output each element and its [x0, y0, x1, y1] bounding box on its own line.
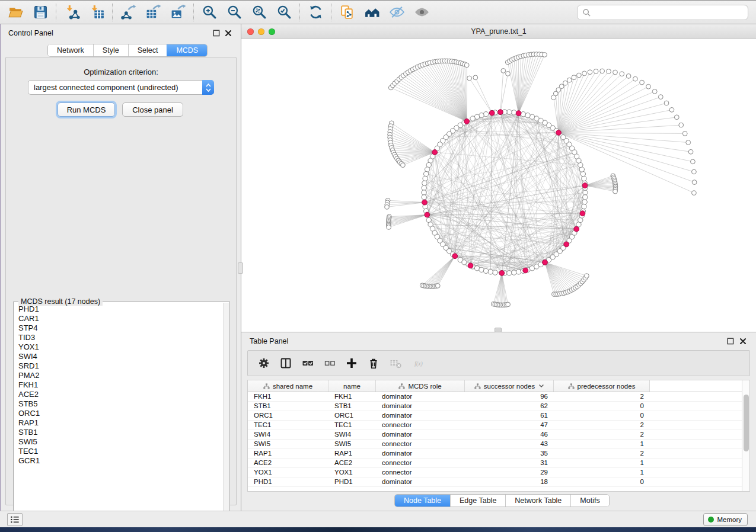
mcds-result-item[interactable]: RAP1 [18, 418, 222, 428]
tab-mcds[interactable]: MCDS [167, 44, 207, 56]
cell-shared_name: TEC1 [248, 421, 328, 430]
import-table-button[interactable] [86, 3, 107, 22]
column-header-shared-name[interactable]: shared name [248, 380, 328, 392]
column-header-MCDS-role[interactable]: MCDS role [376, 380, 465, 392]
tab-network[interactable]: Network [48, 44, 93, 56]
export-image-button[interactable] [167, 3, 189, 22]
mcds-result-item[interactable]: STB5 [18, 399, 222, 409]
control-panel-tabs: NetworkStyleSelectMCDS [47, 44, 208, 57]
mcds-result-item[interactable]: GCR1 [18, 456, 222, 466]
close-panel-button[interactable]: Close panel [122, 102, 183, 117]
mcds-result-list[interactable]: PHD1CAR1STP4TID3YOX1SWI4SRD1PMA2FKH1ACE2… [15, 305, 222, 520]
table-row[interactable]: STB1STB1dominator620 [248, 402, 749, 411]
search-field[interactable] [577, 5, 748, 20]
cell-predecessor_nodes: 2 [554, 449, 650, 458]
column-header-successor-nodes[interactable]: successor nodes [465, 380, 554, 392]
mcds-result-item[interactable]: ACE2 [18, 390, 222, 399]
zoom-out-button[interactable] [224, 3, 245, 22]
memory-button[interactable]: Memory [703, 513, 748, 526]
cell-mcds_role: connector [376, 440, 465, 448]
panel-menu-button[interactable] [7, 513, 23, 526]
tab-network-table[interactable]: Network Table [505, 495, 570, 507]
table-panel-tabs: Node TableEdge TableNetwork TableMotifs [394, 494, 610, 507]
table-row[interactable]: ORC1ORC1dominator610 [248, 411, 749, 421]
column-chooser-button[interactable] [276, 354, 296, 373]
search-input[interactable] [594, 7, 748, 18]
tab-edge-table[interactable]: Edge Table [450, 495, 505, 507]
network-window: YPA_prune.txt_1 [241, 24, 756, 332]
table-scrollbar-thumb[interactable] [744, 395, 749, 451]
column-header-predecessor-nodes[interactable]: predecessor nodes [554, 380, 650, 392]
mcds-result-item[interactable]: SRD1 [18, 361, 222, 371]
table-row[interactable]: FKH1FKH1dominator962 [248, 392, 749, 402]
zoom-selected-button[interactable] [273, 3, 295, 22]
network-titlebar[interactable]: YPA_prune.txt_1 [241, 24, 756, 39]
export-table-button[interactable] [142, 3, 164, 22]
criterion-dropdown[interactable]: largest connected component (undirected) [28, 80, 214, 95]
mcds-result-item[interactable]: YOX1 [18, 342, 222, 352]
deselect-all-rows-button[interactable] [320, 354, 340, 373]
table-row[interactable]: ACE2ACE2connector311 [248, 459, 749, 468]
table-row[interactable]: YOX1YOX1connector291 [248, 468, 749, 477]
float-panel-icon[interactable] [213, 30, 221, 37]
apply-function-icon: f(x) [414, 357, 427, 370]
mcds-hub-node [432, 150, 438, 155]
cell-predecessor_nodes: 1 [554, 459, 650, 467]
list-icon [9, 515, 20, 524]
mcds-result-item[interactable]: STB1 [18, 428, 222, 437]
mcds-result-item[interactable]: TEC1 [18, 447, 222, 456]
refresh-view-button[interactable] [305, 3, 326, 22]
new-network-from-selection-button[interactable] [336, 3, 358, 22]
table-scrollbar[interactable] [742, 380, 749, 491]
table-row[interactable]: TEC1TEC1connector472 [248, 421, 749, 430]
first-neighbors-button[interactable] [361, 3, 382, 22]
mcds-result-item[interactable]: PMA2 [18, 371, 222, 380]
mcds-hub-node [422, 200, 428, 205]
mcds-result-item[interactable]: TID3 [18, 333, 222, 342]
horizontal-splitter-handle[interactable] [495, 328, 502, 332]
add-entry-button[interactable] [342, 354, 362, 373]
zoom-fit-button[interactable] [248, 3, 270, 22]
network-canvas[interactable] [241, 39, 756, 332]
import-network-button[interactable] [61, 3, 82, 22]
mcds-result-item[interactable]: ORC1 [18, 409, 222, 418]
vertical-splitter-handle[interactable] [238, 262, 243, 274]
table-settings-button[interactable] [254, 354, 274, 373]
tab-motifs[interactable]: Motifs [570, 495, 608, 507]
table-row[interactable]: SWI5SWI5connector431 [248, 440, 749, 449]
run-mcds-button[interactable]: Run MCDS [58, 102, 115, 117]
open-file-button[interactable] [5, 3, 26, 22]
close-table-panel-icon[interactable] [739, 338, 747, 345]
cell-name: SWI5 [328, 440, 376, 448]
mcds-result-item[interactable]: FKH1 [18, 380, 222, 390]
tab-node-table[interactable]: Node Table [395, 495, 450, 507]
export-network-button[interactable] [117, 3, 139, 22]
mcds-result-item[interactable]: SWI4 [18, 352, 222, 361]
mcds-result-item[interactable]: STP4 [18, 323, 222, 333]
table-row[interactable]: RAP1RAP1dominator352 [248, 449, 749, 459]
mcds-result-item[interactable]: SWI5 [18, 437, 222, 447]
save-session-button[interactable] [30, 3, 51, 22]
cell-successor_nodes: 31 [465, 459, 554, 467]
tab-style[interactable]: Style [93, 44, 128, 56]
delete-entry-button[interactable] [363, 354, 384, 373]
table-row[interactable]: PHD1PHD1dominator180 [248, 477, 749, 487]
hide-selected-button[interactable] [386, 3, 407, 22]
zoom-in-button[interactable] [199, 3, 220, 22]
column-header-name[interactable]: name [328, 380, 376, 392]
close-panel-icon[interactable] [225, 30, 232, 37]
show-all-button[interactable] [411, 3, 432, 22]
mcds-result-item[interactable]: CAR1 [18, 314, 222, 323]
control-panel-title: Control Panel [8, 29, 53, 37]
table-settings-icon [257, 357, 270, 370]
tab-select[interactable]: Select [128, 44, 167, 56]
mcds-list-scrollbar[interactable] [223, 303, 229, 521]
cell-mcds_role: dominator [376, 430, 465, 439]
table-row[interactable]: SWI4SWI4dominator462 [248, 430, 749, 440]
cell-name: RAP1 [328, 449, 376, 458]
cell-successor_nodes: 96 [465, 392, 554, 401]
float-table-panel-icon[interactable] [727, 338, 735, 345]
cell-name: ORC1 [328, 411, 376, 420]
mcds-result-item[interactable]: PHD1 [18, 305, 222, 314]
select-all-rows-button[interactable] [298, 354, 318, 373]
